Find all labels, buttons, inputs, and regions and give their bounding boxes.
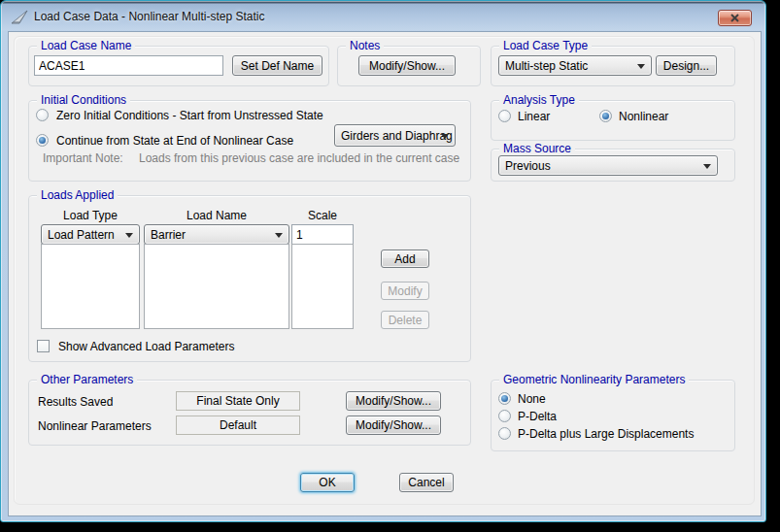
geometric-nonlinearity-group-label: Geometric Nonlinearity Parameters <box>499 373 689 386</box>
load-name-value: Barrier <box>151 228 186 242</box>
chevron-down-icon <box>125 233 133 238</box>
scale-column-header: Scale <box>291 209 354 222</box>
previous-case-value: Girders and Diaphrag <box>341 129 453 143</box>
close-button[interactable] <box>718 10 752 26</box>
app-icon <box>12 10 29 24</box>
load-type-value: Load Pattern <box>48 228 115 242</box>
close-icon <box>730 12 739 25</box>
design-button[interactable]: Design... <box>656 55 717 76</box>
other-parameters-group: Other Parameters <box>28 380 471 446</box>
window-title: Load Case Data - Nonlinear Multi-step St… <box>34 10 264 23</box>
load-case-name-input[interactable] <box>34 55 223 76</box>
load-name-combo[interactable]: Barrier <box>144 224 289 245</box>
chevron-down-icon <box>703 164 711 169</box>
titlebar[interactable]: Load Case Data - Nonlinear Multi-step St… <box>1 1 765 31</box>
results-saved-modify-show-button[interactable]: Modify/Show... <box>346 391 441 411</box>
geometric-none-label: None <box>518 392 546 406</box>
dialog-window: Load Case Data - Nonlinear Multi-step St… <box>0 0 766 522</box>
chevron-down-icon <box>275 233 283 238</box>
delete-button[interactable]: Delete <box>381 311 429 329</box>
important-note-label: Important Note: <box>43 151 123 165</box>
geometric-none-radio[interactable] <box>498 392 511 405</box>
set-def-name-button[interactable]: Set Def Name <box>232 55 322 76</box>
results-saved-label: Results Saved <box>38 395 113 409</box>
load-case-name-group-label: Load Case Name <box>37 39 135 52</box>
continue-from-state-radio[interactable] <box>36 134 49 147</box>
scale-input[interactable] <box>291 224 354 245</box>
continue-from-state-label: Continue from State at End of Nonlinear … <box>56 134 293 148</box>
nonlinear-parameters-label: Nonlinear Parameters <box>38 419 152 433</box>
scale-list[interactable] <box>291 244 354 329</box>
nonlinear-label: Nonlinear <box>619 110 668 123</box>
mass-source-combo[interactable]: Previous <box>498 155 718 176</box>
mass-source-group-label: Mass Source <box>499 142 575 155</box>
important-note-text: Loads from this previous case are includ… <box>139 151 459 165</box>
modify-button[interactable]: Modify <box>381 282 429 300</box>
mass-source-value: Previous <box>505 159 551 173</box>
previous-case-combo[interactable]: Girders and Diaphrag <box>334 124 456 147</box>
linear-radio[interactable] <box>498 110 511 122</box>
load-case-type-group-label: Load Case Type <box>499 39 592 52</box>
notes-group-label: Notes <box>346 39 384 52</box>
ok-button[interactable]: OK <box>300 473 355 492</box>
zero-initial-conditions-radio[interactable] <box>36 109 49 121</box>
linear-label: Linear <box>518 110 550 123</box>
show-advanced-checkbox[interactable] <box>37 340 50 352</box>
load-type-combo[interactable]: Load Pattern <box>41 224 140 245</box>
load-type-list[interactable] <box>41 244 140 329</box>
initial-conditions-group-label: Initial Conditions <box>37 93 130 107</box>
load-name-column-header: Load Name <box>144 209 289 222</box>
zero-initial-conditions-label: Zero Initial Conditions - Start from Uns… <box>56 109 323 122</box>
notes-modify-show-button[interactable]: Modify/Show... <box>358 55 456 76</box>
load-name-list[interactable] <box>144 244 289 329</box>
pdelta-radio[interactable] <box>498 410 511 422</box>
load-case-type-value: Multi-step Static <box>505 59 588 73</box>
nonlinear-radio[interactable] <box>599 110 612 122</box>
chevron-down-icon <box>441 134 449 139</box>
other-parameters-group-label: Other Parameters <box>37 373 137 386</box>
pdelta-label: P-Delta <box>518 410 557 423</box>
chevron-down-icon <box>637 64 645 69</box>
results-saved-value: Final State Only <box>176 391 300 411</box>
cancel-button[interactable]: Cancel <box>399 473 454 492</box>
show-advanced-label: Show Advanced Load Parameters <box>58 340 234 353</box>
nonlinear-parameters-value: Default <box>176 416 300 435</box>
pdelta-large-displacements-radio[interactable] <box>498 427 511 440</box>
load-type-column-header: Load Type <box>41 209 140 222</box>
add-button[interactable]: Add <box>381 249 429 268</box>
analysis-type-group-label: Analysis Type <box>499 93 579 107</box>
nonlinear-parameters-modify-show-button[interactable]: Modify/Show... <box>346 416 441 435</box>
loads-applied-group-label: Loads Applied <box>37 188 118 202</box>
load-case-type-combo[interactable]: Multi-step Static <box>498 55 652 76</box>
pdelta-large-displacements-label: P-Delta plus Large Displacements <box>518 427 694 441</box>
